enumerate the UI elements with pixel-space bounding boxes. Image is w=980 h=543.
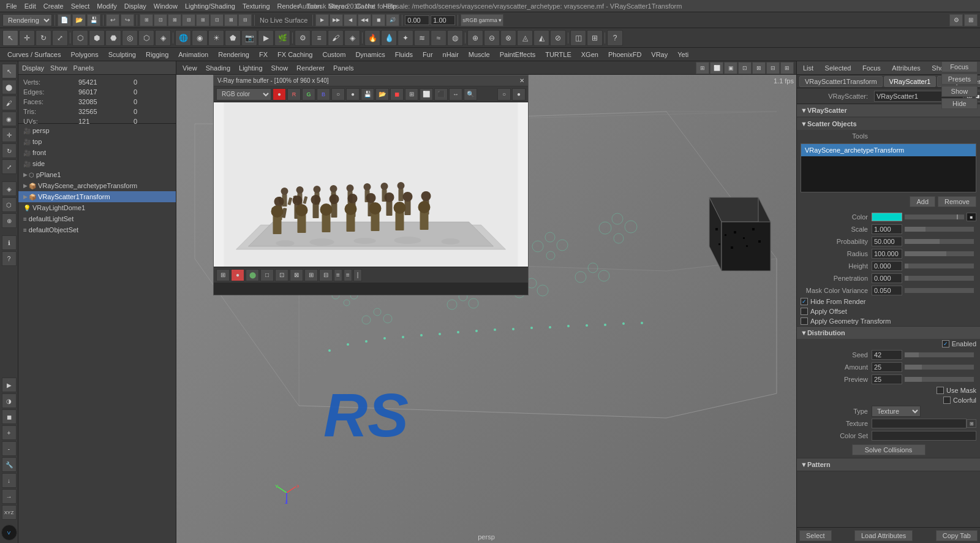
tab-sculpting[interactable]: Sculpting — [104, 50, 141, 59]
tab-xgen[interactable]: XGen — [576, 50, 603, 59]
icon-anim1[interactable]: 🌿 — [274, 30, 290, 46]
fb-fill[interactable]: ● — [346, 88, 360, 101]
outliner-panels[interactable]: Panels — [74, 64, 94, 72]
lt-cv[interactable]: ◈ — [2, 181, 17, 196]
outliner-item-front[interactable]: 🎥 front — [18, 147, 176, 158]
tb4[interactable]: ◀◀ — [358, 14, 371, 26]
vp-tab-shading[interactable]: Shading — [202, 64, 234, 72]
tab-fx[interactable]: FX — [254, 50, 273, 59]
color-slider[interactable] — [905, 215, 964, 219]
fb-bottom8[interactable]: ⊟ — [319, 269, 333, 281]
icon-snap2[interactable]: ⊖ — [484, 30, 500, 46]
icon-globe[interactable]: 🌐 — [175, 30, 191, 46]
penetration-input[interactable] — [872, 273, 902, 283]
lt-ipr[interactable]: ◑ — [2, 393, 17, 408]
scatter-objects-header[interactable]: ▼ Scatter Objects — [797, 118, 980, 130]
tab-fx-caching[interactable]: FX Caching — [273, 50, 317, 59]
snap2[interactable]: ⊡ — [154, 14, 167, 26]
menu-lighting[interactable]: Lighting/Shading — [181, 2, 239, 10]
outliner-item-vrayscene[interactable]: ▶ 📦 VRayScene_archetypeTransform — [18, 180, 176, 191]
vp-tab-renderer[interactable]: Renderer — [293, 64, 328, 72]
tab-yeti[interactable]: Yeti — [673, 50, 693, 59]
new-btn[interactable]: 📄 — [58, 14, 71, 26]
tab-custom[interactable]: Custom — [318, 50, 351, 59]
color-set-input[interactable] — [872, 431, 976, 441]
icon-snap6[interactable]: ⊘ — [550, 30, 566, 46]
icon-mat[interactable]: ⬟ — [225, 30, 241, 46]
vp-ico5[interactable]: ⊠ — [752, 62, 766, 74]
vp-ico4[interactable]: ⊡ — [738, 62, 752, 74]
icon-fire[interactable]: 🔥 — [364, 30, 380, 46]
fb-g-btn[interactable]: G — [302, 88, 315, 101]
fb-bottom1[interactable]: ⊞ — [216, 269, 230, 281]
vp-ico6[interactable]: ⊟ — [766, 62, 780, 74]
snap7[interactable]: ⊠ — [224, 14, 238, 26]
select-tool-btn[interactable]: ↖ — [2, 30, 18, 46]
fb-bottom4[interactable]: □ — [260, 269, 274, 281]
remove-btn[interactable]: Remove — [938, 196, 976, 207]
lt-tool[interactable]: 🔧 — [2, 457, 17, 472]
load-attributes-button[interactable]: Load Attributes — [854, 530, 913, 541]
tab-dynamics[interactable]: Dynamics — [350, 50, 390, 59]
icon-render[interactable]: ▶ — [258, 30, 274, 46]
menu-stereo[interactable]: Stereo — [325, 2, 352, 10]
outliner-item-vraydome[interactable]: 💡 VRayLightDome1 — [18, 202, 176, 213]
lt-render[interactable]: ▶ — [2, 378, 17, 392]
seed-input[interactable] — [872, 350, 902, 360]
amount-input[interactable] — [872, 362, 902, 372]
lt-arrow-right[interactable]: → — [2, 489, 17, 504]
vp-tab-view[interactable]: View — [179, 64, 201, 72]
mesh-icon1[interactable]: ⬡ — [72, 30, 88, 46]
preview-slider[interactable] — [905, 377, 974, 382]
fb-channel-dropdown[interactable]: RGB color — [216, 88, 271, 101]
fb-bottom6[interactable]: ⊠ — [290, 269, 303, 281]
vp-ico2[interactable]: ⬜ — [710, 62, 723, 74]
lt-info[interactable]: ℹ — [2, 235, 17, 250]
attr-tab-list[interactable]: List — [801, 64, 816, 72]
texture-expand-btn[interactable]: ⊞ — [967, 419, 976, 428]
rotate-tool-btn[interactable]: ↻ — [36, 30, 51, 46]
dist-enabled-checkbox[interactable]: ✓ — [942, 340, 949, 347]
icon-cloth[interactable]: ≋ — [414, 30, 430, 46]
outliner-item-pplane1[interactable]: ▶ ⬡ pPlane1 — [18, 169, 176, 180]
icon-settings1[interactable]: ⚙ — [295, 30, 311, 46]
seed-slider[interactable] — [905, 352, 974, 357]
icon-snap1[interactable]: ⊕ — [467, 30, 483, 46]
node-tab-transform[interactable]: VRayScatter1Transform — [799, 76, 883, 87]
fb-folder[interactable]: 📂 — [375, 88, 389, 101]
menu-cache[interactable]: Cache — [352, 2, 379, 10]
snap5[interactable]: ⊞ — [196, 14, 209, 26]
viewport[interactable]: RS — [176, 75, 796, 543]
vp-tab-lighting[interactable]: Lighting — [235, 64, 266, 72]
icon-grid[interactable]: ⊞ — [587, 30, 603, 46]
menu-modify[interactable]: Modify — [93, 2, 120, 10]
menu-create[interactable]: Create — [40, 2, 67, 10]
icon-water[interactable]: 💧 — [381, 30, 397, 46]
lt-rotate[interactable]: ↻ — [2, 143, 17, 158]
fb-bottom3[interactable]: ⬤ — [246, 269, 259, 281]
fb-extra2[interactable]: ● — [512, 88, 526, 101]
pattern-header[interactable]: ▼ Pattern — [797, 458, 980, 471]
outliner-display[interactable]: Display — [22, 64, 44, 72]
tab-curves-surfaces[interactable]: Curves / Surfaces — [2, 50, 66, 59]
lt-move[interactable]: ✛ — [2, 127, 17, 142]
scale-input[interactable] — [872, 224, 902, 234]
attr-editor-content[interactable]: ▼ VRayScatter ▼ Scatter Objects Tools VR… — [797, 104, 980, 527]
solve-collisions-btn[interactable]: Solve Collisions — [852, 444, 925, 455]
attr-tab-selected[interactable]: Selected — [823, 64, 854, 72]
colorful-checkbox[interactable] — [943, 397, 951, 404]
lt-arrow-down[interactable]: ↓ — [2, 473, 17, 488]
mode-dropdown[interactable]: Rendering — [2, 14, 52, 26]
lt-select[interactable]: ↖ — [2, 64, 17, 78]
fb-bottom9[interactable]: ≡ — [334, 269, 342, 281]
height-input[interactable] — [872, 261, 902, 271]
color-picker-btn[interactable]: ■ — [967, 213, 976, 221]
tb3[interactable]: ◀ — [344, 14, 357, 26]
texture-input[interactable] — [872, 419, 967, 428]
lt-snap[interactable]: ⊕ — [2, 213, 17, 228]
tab-fur[interactable]: Fur — [418, 50, 438, 59]
lt-paint[interactable]: 🖌 — [2, 96, 17, 110]
height-slider[interactable] — [905, 264, 974, 268]
menu-select[interactable]: Select — [67, 2, 94, 10]
mesh-icon4[interactable]: ◎ — [122, 30, 138, 46]
